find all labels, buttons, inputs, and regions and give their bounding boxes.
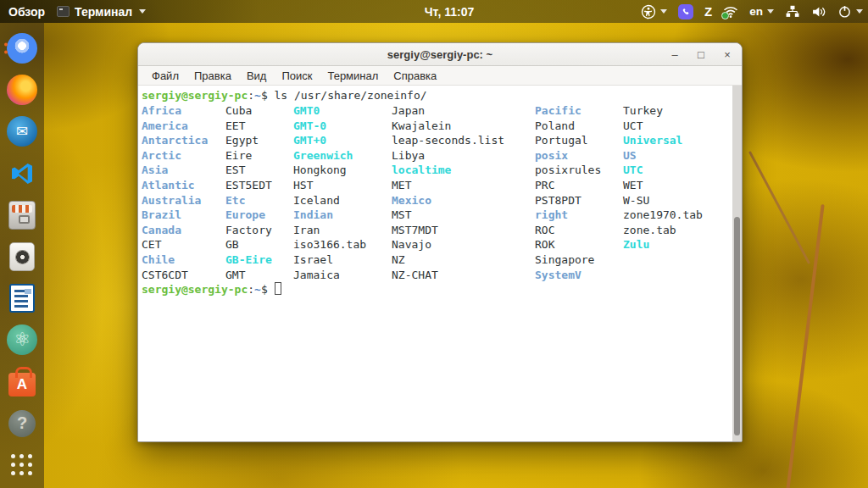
close-button[interactable]: × <box>721 49 733 61</box>
ubuntu-software-icon[interactable]: A <box>3 363 41 401</box>
scrollbar[interactable] <box>732 86 742 441</box>
zoneinfo-entry: Libya <box>392 148 535 164</box>
activities-button[interactable]: Обзор <box>8 5 45 19</box>
zoneinfo-entry: Zulu <box>623 237 730 252</box>
prompt-path: ~ <box>254 89 261 102</box>
listing-row: AustraliaEtcIcelandMexicoPST8PDTW-SU <box>142 193 730 208</box>
help-icon[interactable]: ? <box>3 405 41 442</box>
zoneinfo-entry: Australia <box>142 193 225 208</box>
zoneinfo-listing: AfricaCubaGMT0JapanPacificTurkeyAmericaE… <box>142 103 730 282</box>
zoneinfo-entry: Eire <box>225 148 293 164</box>
menu-item-4[interactable]: Терминал <box>320 68 386 84</box>
terminal-content[interactable]: sergiy@sergiy-pc:~$ ls /usr/share/zonein… <box>138 86 742 441</box>
zoneinfo-entry: Indian <box>293 208 392 223</box>
zoneinfo-entry: MST <box>392 208 535 223</box>
zoneinfo-entry: NZ <box>392 252 535 268</box>
libreoffice-writer-icon[interactable] <box>3 280 41 317</box>
maximize-button[interactable]: □ <box>695 49 707 61</box>
app-menu-button[interactable]: Терминал <box>57 5 146 19</box>
zoneinfo-entry: US <box>623 148 730 164</box>
scrollbar-thumb[interactable] <box>734 217 740 435</box>
zoneinfo-entry: Portugal <box>535 133 623 148</box>
listing-row: AmericaEETGMT-0KwajaleinPolandUCT <box>142 119 730 134</box>
listing-row: AfricaCubaGMT0JapanPacificTurkey <box>142 103 730 119</box>
command-text: ls /usr/share/zoneinfo/ <box>268 89 427 102</box>
menu-item-3[interactable]: Поиск <box>274 68 320 84</box>
zoneinfo-entry: Arctic <box>142 148 225 164</box>
listing-row: ChileGB-EireIsraelNZSingapore <box>142 252 730 268</box>
window-title: sergiy@sergiy-pc: ~ <box>387 48 492 61</box>
zoneinfo-entry: MST7MDT <box>392 223 535 238</box>
zoneinfo-entry: Navajo <box>392 237 535 252</box>
zoneinfo-entry: EET <box>225 119 293 134</box>
zoneinfo-entry: Chile <box>142 252 225 268</box>
zoneinfo-entry: Greenwich <box>293 148 392 164</box>
zoneinfo-entry: EST <box>225 163 293 178</box>
zoneinfo-entry: Iceland <box>293 193 392 208</box>
menu-item-2[interactable]: Вид <box>239 68 275 84</box>
zoneinfo-entry: UCT <box>623 119 730 134</box>
system-tray: Zen <box>641 0 863 23</box>
power-icon[interactable] <box>837 4 863 19</box>
prompt-sep: : <box>248 283 254 296</box>
thunderbird-icon[interactable]: ✉ <box>3 113 41 150</box>
language-icon[interactable]: en <box>749 5 774 18</box>
menu-bar: ФайлПравкаВидПоискТерминалСправка <box>138 66 742 86</box>
vscode-icon[interactable] <box>3 155 41 192</box>
zoneinfo-entry: Singapore <box>535 252 623 268</box>
zoneinfo-entry: Africa <box>142 103 225 119</box>
speaker-app-icon[interactable] <box>3 238 41 275</box>
zoneinfo-entry: ROK <box>535 237 623 252</box>
zoneinfo-entry: posix <box>535 148 623 164</box>
viber-icon[interactable] <box>678 4 693 19</box>
zoneinfo-entry: Atlantic <box>142 178 225 193</box>
zoneinfo-entry: Europe <box>225 208 293 223</box>
listing-row: CETGBiso3166.tabNavajoROKZulu <box>142 237 730 252</box>
zoneinfo-entry: Asia <box>142 163 225 178</box>
zoneinfo-entry: MET <box>392 178 535 193</box>
terminal-window: sergiy@sergiy-pc: ~ – □ × ФайлПравкаВидП… <box>137 42 743 442</box>
dock: ✉⚛A? <box>0 23 44 488</box>
file-cabinet-icon[interactable] <box>3 197 41 234</box>
zoneinfo-entry: Hongkong <box>293 163 392 178</box>
prompt-line: sergiy@sergiy-pc:~$ ls /usr/share/zonein… <box>142 88 730 103</box>
accessibility-icon[interactable] <box>641 4 667 19</box>
zoneinfo-entry: GMT <box>225 268 293 283</box>
zoneinfo-entry: right <box>535 208 623 223</box>
minimize-button[interactable]: – <box>669 49 681 61</box>
wifi-vpn-icon[interactable] <box>723 5 738 19</box>
z-app-icon[interactable]: Z <box>704 4 712 19</box>
chromium-icon[interactable] <box>3 30 41 67</box>
zoneinfo-entry: posixrules <box>535 163 623 178</box>
menu-item-0[interactable]: Файл <box>144 68 186 84</box>
listing-row: ArcticEireGreenwichLibyaposixUS <box>142 148 730 164</box>
zoneinfo-entry: iso3166.tab <box>293 237 392 252</box>
clock[interactable]: Чт, 11:07 <box>425 0 474 23</box>
menu-item-1[interactable]: Правка <box>186 68 239 84</box>
zoneinfo-entry: GMT+0 <box>293 133 392 148</box>
zoneinfo-entry: Turkey <box>623 103 730 119</box>
zoneinfo-entry: Pacific <box>535 103 623 119</box>
volume-icon[interactable] <box>811 5 826 19</box>
leaf-stem <box>748 151 810 264</box>
zoneinfo-entry: ROC <box>535 223 623 238</box>
menu-item-5[interactable]: Справка <box>386 68 444 84</box>
zoneinfo-entry: zone.tab <box>623 223 730 238</box>
firefox-icon[interactable] <box>3 71 41 108</box>
window-titlebar[interactable]: sergiy@sergiy-pc: ~ – □ × <box>138 43 742 66</box>
zoneinfo-entry: Canada <box>142 223 225 238</box>
zoneinfo-entry: UTC <box>623 163 730 178</box>
zoneinfo-entry: localtime <box>392 163 535 178</box>
terminal-cursor <box>275 282 281 295</box>
wired-network-icon[interactable] <box>785 4 800 19</box>
zoneinfo-entry: WET <box>623 178 730 193</box>
zoneinfo-entry: Jamaica <box>293 268 392 283</box>
zoneinfo-entry: Universal <box>623 133 730 148</box>
chevron-down-icon <box>139 9 146 14</box>
zoneinfo-entry: Iran <box>293 223 392 238</box>
activities-label: Обзор <box>8 5 45 19</box>
zoneinfo-entry: HST <box>293 178 392 193</box>
atom-icon[interactable]: ⚛ <box>3 321 41 358</box>
zoneinfo-entry: SystemV <box>535 268 623 283</box>
app-grid-icon[interactable] <box>3 446 41 484</box>
